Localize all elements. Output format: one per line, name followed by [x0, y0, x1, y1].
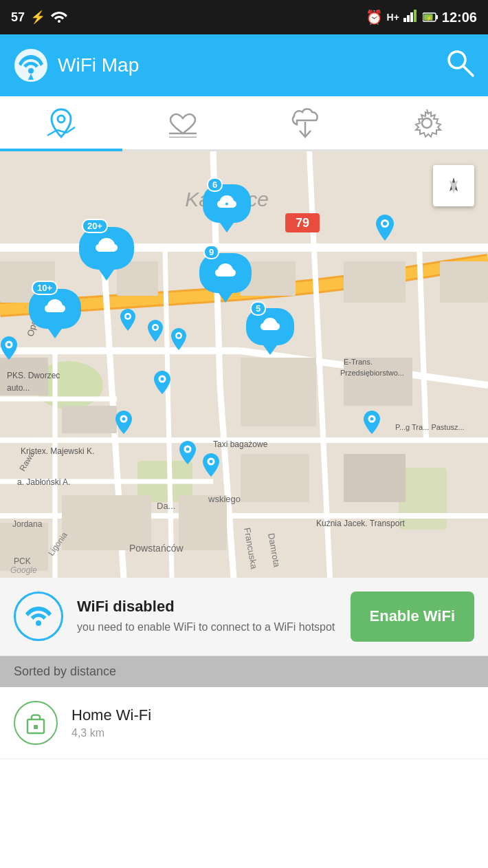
- svg-text:Google: Google: [10, 565, 37, 575]
- alarm-icon: ⏰: [366, 9, 383, 25]
- svg-rect-47: [241, 358, 316, 426]
- svg-point-83: [154, 326, 157, 329]
- search-icon[interactable]: [445, 48, 474, 83]
- time-display: 12:06: [442, 10, 477, 25]
- svg-point-95: [370, 417, 374, 421]
- battery-icon: ⚡: [423, 10, 438, 25]
- wifi-disabled-text: WiFi disabled you need to enable WiFi to…: [77, 598, 337, 635]
- svg-point-97: [8, 343, 11, 347]
- sorted-bar: Sorted by distance: [0, 656, 488, 687]
- svg-point-89: [122, 417, 126, 421]
- svg-text:79: 79: [296, 216, 309, 230]
- svg-rect-53: [241, 454, 309, 502]
- svg-text:a. Jabłoński A.: a. Jabłoński A.: [17, 477, 70, 487]
- svg-point-13: [58, 116, 65, 122]
- svg-text:PCK: PCK: [14, 556, 31, 566]
- svg-rect-7: [436, 15, 438, 19]
- wifi-list-icon: [14, 701, 58, 745]
- wifi-disabled-banner: WiFi disabled you need to enable WiFi to…: [0, 578, 488, 656]
- svg-text:Jordana: Jordana: [12, 519, 43, 529]
- svg-text:Kristex. Majewski K.: Kristex. Majewski K.: [21, 446, 94, 456]
- svg-text:P...g Tra... Pastusz...: P...g Tra... Pastusz...: [395, 423, 465, 431]
- svg-rect-54: [62, 406, 117, 433]
- wifi-list-item[interactable]: Home Wi-Fi 4,3 km: [0, 687, 488, 759]
- map-pin-4: [170, 327, 187, 351]
- signal-icon: [403, 10, 419, 25]
- app-logo-icon: [14, 48, 48, 83]
- svg-point-100: [36, 620, 41, 626]
- svg-point-85: [177, 334, 181, 338]
- app-header: WiFi Map: [0, 34, 488, 96]
- compass-button[interactable]: [433, 165, 474, 206]
- svg-text:⚡: ⚡: [426, 15, 432, 21]
- map-area[interactable]: 79 Katowice Opolska PKS. Dworzec auto...…: [0, 151, 488, 578]
- map-pin-3: [147, 319, 164, 343]
- map-pin-10: [0, 336, 18, 360]
- svg-rect-1: [403, 18, 406, 22]
- wifi-network-distance: 4,3 km: [71, 727, 151, 739]
- status-right: ⏰ H+ ⚡ 12:06: [366, 9, 477, 25]
- map-pin-1: [375, 213, 395, 242]
- svg-text:wskiego: wskiego: [208, 494, 241, 504]
- svg-rect-24: [399, 468, 447, 530]
- svg-point-93: [210, 460, 213, 464]
- svg-point-20: [422, 118, 432, 128]
- wifi-cluster-10plus[interactable]: 10+: [29, 289, 81, 338]
- svg-point-77: [225, 203, 228, 206]
- svg-text:auto...: auto...: [7, 383, 30, 393]
- svg-point-91: [186, 448, 190, 451]
- tab-map[interactable]: [0, 96, 122, 149]
- svg-point-87: [161, 378, 164, 381]
- map-pin-2: [120, 308, 136, 332]
- svg-rect-46: [440, 261, 488, 303]
- svg-line-14: [47, 130, 57, 135]
- svg-point-0: [58, 20, 60, 23]
- svg-text:E-Trans.: E-Trans.: [344, 358, 373, 366]
- map-pin-7: [179, 440, 197, 465]
- wifi-list-text: Home Wi-Fi 4,3 km: [71, 706, 151, 739]
- svg-rect-45: [344, 261, 406, 303]
- svg-rect-49: [344, 454, 406, 502]
- svg-rect-2: [407, 15, 410, 22]
- usb-icon: ⚡: [30, 10, 45, 25]
- tab-download[interactable]: [244, 96, 366, 149]
- svg-rect-102: [34, 725, 38, 729]
- status-left: 57 ⚡: [11, 9, 67, 26]
- map-pin-9: [363, 410, 381, 435]
- svg-rect-4: [414, 10, 417, 22]
- svg-text:Przedsiębiorstwo...: Przedsiębiorstwo...: [340, 369, 404, 377]
- map-pin-6: [115, 410, 133, 435]
- network-type-icon: H+: [387, 12, 399, 23]
- wifi-disabled-icon: [14, 592, 63, 641]
- sorted-label: Sorted by distance: [14, 664, 116, 678]
- wifi-cluster-9[interactable]: 9: [199, 253, 252, 303]
- svg-rect-3: [410, 12, 413, 22]
- svg-point-81: [126, 315, 130, 318]
- enable-wifi-button[interactable]: Enable WiFi: [351, 592, 474, 642]
- wifi-cluster-6[interactable]: 6: [203, 184, 251, 232]
- svg-text:Da...: Da...: [157, 501, 175, 511]
- app-title: WiFi Map: [58, 54, 139, 76]
- wifi-disabled-title: WiFi disabled: [77, 598, 337, 616]
- status-bar: 57 ⚡ ⏰ H+ ⚡: [0, 0, 488, 34]
- wifi-cluster-5[interactable]: 5: [246, 308, 294, 355]
- svg-line-12: [463, 66, 473, 76]
- svg-text:PKS. Dworzec: PKS. Dworzec: [7, 371, 60, 380]
- wifi-network-name: Home Wi-Fi: [71, 706, 151, 724]
- wifi-disabled-description: you need to enable WiFi to connect to a …: [77, 620, 337, 635]
- map-pin-8: [202, 453, 220, 477]
- tab-settings[interactable]: [366, 96, 489, 149]
- tab-bar: [0, 96, 488, 151]
- svg-point-79: [383, 221, 387, 226]
- svg-text:Kuźnia Jacek. Transport: Kuźnia Jacek. Transport: [316, 519, 405, 528]
- wifi-status-icon: [51, 9, 67, 26]
- battery-level: 57: [11, 10, 25, 25]
- map-pin-5: [153, 370, 171, 395]
- svg-text:Taxi bagażowe: Taxi bagażowe: [213, 440, 268, 449]
- tab-saved[interactable]: [122, 96, 245, 149]
- svg-text:Powstańców: Powstańców: [129, 543, 184, 554]
- wifi-cluster-20plus[interactable]: 20+: [79, 227, 134, 281]
- svg-rect-51: [62, 495, 151, 550]
- svg-point-10: [28, 68, 34, 74]
- header-left: WiFi Map: [14, 48, 139, 83]
